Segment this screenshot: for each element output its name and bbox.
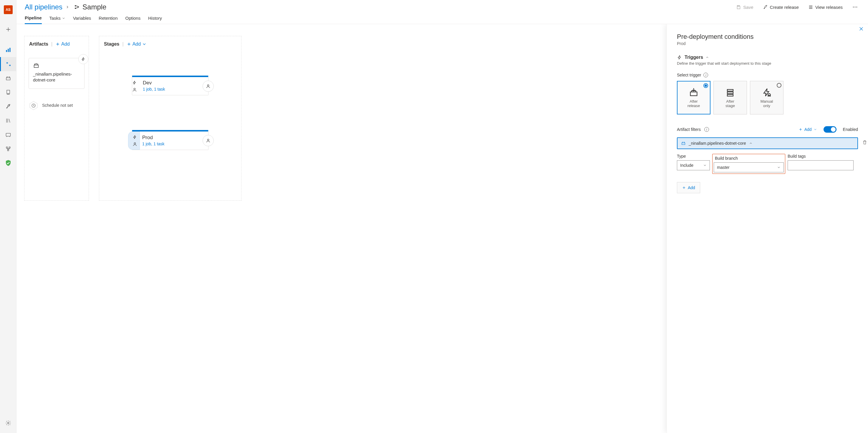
builds-icon[interactable] <box>0 71 17 85</box>
panel-title: Pre-deployment conditions <box>677 33 858 41</box>
pre-deployment-prod[interactable] <box>128 132 140 150</box>
trigger-option-after-stage[interactable]: Afterstage <box>713 81 747 114</box>
chevron-up-icon <box>706 56 709 59</box>
svg-point-15 <box>855 7 856 8</box>
tab-variables[interactable]: Variables <box>73 15 91 24</box>
pipeline-canvas: Artifacts | Add _ninallam.pipelines-dotn… <box>17 24 666 433</box>
artifact-trigger-badge[interactable] <box>78 54 88 64</box>
artifact-card[interactable]: _ninallam.pipelines-dotnet-core <box>29 58 85 89</box>
chevron-right-icon <box>65 5 69 9</box>
tab-options[interactable]: Options <box>125 15 141 24</box>
svg-rect-25 <box>727 90 733 91</box>
tab-history[interactable]: History <box>148 15 162 24</box>
create-release-button[interactable]: Create release <box>761 4 801 10</box>
select-trigger-label: Select trigger <box>677 73 701 77</box>
stage-card-prod[interactable]: Prod 1 job, 1 task <box>132 130 209 150</box>
svg-rect-11 <box>75 8 76 9</box>
editor-tabs: Pipeline Tasks Variables Retention Optio… <box>17 11 868 24</box>
svg-rect-10 <box>75 5 76 6</box>
tags-input[interactable] <box>787 160 854 170</box>
post-deployment-prod[interactable] <box>203 135 214 146</box>
svg-point-22 <box>134 143 135 144</box>
security-icon[interactable] <box>0 156 17 170</box>
lightning-icon <box>677 55 682 60</box>
svg-rect-17 <box>34 65 38 67</box>
svg-rect-0 <box>6 50 7 52</box>
artifacts-column: Artifacts | Add _ninallam.pipelines-dotn… <box>24 36 89 201</box>
panel-stage-name: Prod <box>677 41 858 46</box>
stage-name: Dev <box>143 80 200 86</box>
tab-tasks[interactable]: Tasks <box>50 15 65 24</box>
add-stage-button[interactable]: Add <box>127 41 147 47</box>
svg-point-9 <box>7 423 9 424</box>
svg-point-14 <box>853 7 854 8</box>
svg-rect-3 <box>6 78 10 80</box>
pre-deployment-dev[interactable] <box>129 77 141 95</box>
enabled-label: Enabled <box>843 127 858 132</box>
svg-point-23 <box>207 139 209 141</box>
more-button[interactable] <box>850 4 860 10</box>
pipelines-nav-icon[interactable] <box>0 57 17 71</box>
svg-rect-6 <box>6 147 7 148</box>
triggers-section-header[interactable]: Triggers <box>677 55 858 60</box>
artifact-filter-row[interactable]: _ninallam.pipelines-dotnet-core <box>677 137 858 149</box>
breadcrumb-bar: All pipelines Sample Save Create release <box>17 0 868 11</box>
svg-rect-4 <box>7 90 10 94</box>
rocket-icon[interactable] <box>0 99 17 113</box>
library-icon[interactable] <box>0 113 17 128</box>
tab-retention[interactable]: Retention <box>99 15 118 24</box>
breadcrumb-root[interactable]: All pipelines <box>25 3 62 11</box>
settings-icon[interactable] <box>0 416 17 430</box>
artifact-icon <box>33 62 39 69</box>
view-releases-button[interactable]: View releases <box>806 4 844 10</box>
trigger-option-manual-only[interactable]: Manualonly <box>750 81 783 114</box>
svg-rect-2 <box>9 48 10 52</box>
left-rail: AS <box>0 0 17 433</box>
page-title: Sample <box>83 3 106 11</box>
svg-point-16 <box>857 7 858 8</box>
info-icon[interactable]: i <box>704 73 708 77</box>
stages-heading: Stages <box>104 41 119 47</box>
artifact-schedule[interactable]: Schedule not set <box>29 101 85 110</box>
add-icon[interactable] <box>0 22 17 36</box>
svg-rect-29 <box>682 143 685 145</box>
svg-rect-24 <box>690 92 697 96</box>
branch-label: Build branch <box>713 154 785 161</box>
add-artifact-button[interactable]: Add <box>55 41 69 47</box>
delete-filter-button[interactable] <box>862 140 867 145</box>
add-filter-row-button[interactable]: Add <box>677 182 700 193</box>
svg-point-21 <box>207 85 209 86</box>
artifact-filters-toggle[interactable] <box>824 126 837 133</box>
branch-select[interactable]: master <box>714 162 784 172</box>
tags-label: Build tags <box>787 154 854 159</box>
user-avatar[interactable]: AS <box>4 5 13 14</box>
taskgroups-icon[interactable] <box>0 128 17 142</box>
environments-icon[interactable] <box>0 85 17 99</box>
stage-card-dev[interactable]: Dev 1 job, 1 task <box>132 76 209 95</box>
tab-pipeline[interactable]: Pipeline <box>25 15 42 24</box>
triggers-description: Define the trigger that will start deplo… <box>677 61 858 66</box>
pipeline-icon <box>74 4 80 10</box>
add-artifact-filter-button[interactable]: Add <box>799 127 817 132</box>
artifact-filter-name: _ninallam.pipelines-dotnet-core <box>689 141 746 145</box>
svg-rect-26 <box>727 92 733 94</box>
pre-deployment-panel: Pre-deployment conditions Prod Triggers … <box>666 24 868 433</box>
stage-summary-link[interactable]: 1 job, 1 task <box>143 87 200 92</box>
deployment-groups-icon[interactable] <box>0 142 17 156</box>
close-panel-button[interactable] <box>857 26 866 32</box>
svg-rect-12 <box>78 6 79 8</box>
svg-rect-13 <box>738 5 739 6</box>
chevron-up-icon <box>749 141 752 145</box>
svg-rect-1 <box>8 49 8 52</box>
svg-point-20 <box>134 88 135 90</box>
post-deployment-dev[interactable] <box>203 80 214 92</box>
trigger-option-after-release[interactable]: Afterrelease <box>677 81 711 114</box>
stage-summary-link[interactable]: 1 job, 1 task <box>142 141 200 146</box>
save-button: Save <box>734 4 755 10</box>
info-icon[interactable]: i <box>704 127 709 132</box>
artifact-name: _ninallam.pipelines-dotnet-core <box>33 71 80 83</box>
type-label: Type <box>677 154 710 159</box>
dashboard-icon[interactable] <box>0 43 17 57</box>
stages-column: Stages | Add <box>99 36 242 201</box>
type-select[interactable]: Include <box>677 160 710 170</box>
